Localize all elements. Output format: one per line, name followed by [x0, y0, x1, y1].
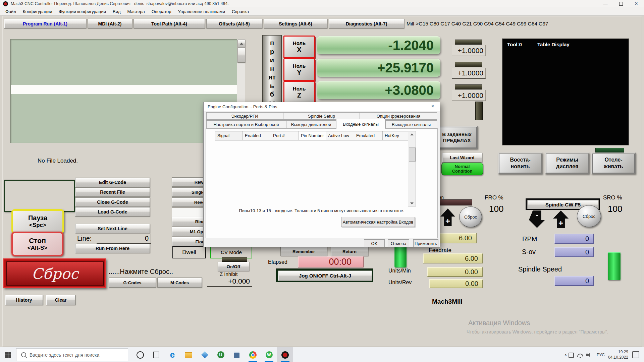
tab-offsets[interactable]: Offsets (Alt-5)	[206, 19, 262, 28]
minimize-icon[interactable]: —	[598, 0, 613, 7]
tab-mdi[interactable]: MDI (Alt-2)	[88, 19, 132, 28]
tray-device-icon[interactable]	[569, 352, 575, 358]
set-next-line-button[interactable]: Set Next Line	[75, 224, 150, 233]
dialog-titlebar[interactable]: Engine Configuration... Ports & Pins ×	[204, 102, 440, 111]
scale-x-field[interactable]: +1.0000	[452, 45, 486, 56]
mcodes-button[interactable]: M-Codes	[157, 278, 202, 288]
webmoney-icon[interactable]: W	[261, 347, 277, 362]
language-indicator[interactable]: РУС	[597, 353, 605, 357]
scroll-up-icon[interactable]	[237, 40, 245, 47]
task-view-icon[interactable]	[148, 347, 164, 362]
spindle-reset-button[interactable]: Сброс	[577, 205, 601, 227]
close-icon[interactable]: ×	[629, 0, 644, 7]
reset-button[interactable]: Сброс	[3, 258, 106, 288]
dro-x-value[interactable]: -1.2040	[317, 36, 440, 54]
restore-button[interactable]: Восста- новить	[498, 153, 542, 174]
menu-config-functions[interactable]: Функции конфигурации	[55, 9, 109, 14]
display-modes-button[interactable]: Режимы дисплея	[545, 153, 589, 174]
menu-wizards[interactable]: Мастера	[124, 9, 148, 14]
feedrate-field[interactable]: 6.00	[423, 253, 483, 263]
tab-port-setup[interactable]: Настройка портов и Выбор осей	[206, 120, 286, 128]
header-active-low[interactable]: Active Low	[326, 131, 354, 140]
clear-button[interactable]: Clear	[46, 295, 75, 305]
close-gcode-button[interactable]: Close G-Code	[75, 197, 150, 207]
reverse-run-button[interactable]: Reve	[172, 197, 206, 207]
tab-encoder[interactable]: Энкодер/РГИ	[206, 112, 283, 120]
header-enabled[interactable]: Enabled	[243, 131, 271, 140]
history-button[interactable]: History	[5, 295, 43, 305]
return-button[interactable]: Return	[331, 247, 368, 256]
gcodes-button[interactable]: G-Codes	[109, 278, 156, 288]
mach3-taskbar-icon[interactable]	[277, 347, 293, 362]
zero-y-button[interactable]: Ноль Y	[283, 58, 315, 81]
table-scrollbar[interactable]	[408, 131, 416, 206]
scroll-up-icon[interactable]	[409, 132, 415, 137]
calculator-icon[interactable]	[229, 347, 245, 362]
block-delete-button[interactable]: Bloc	[172, 217, 208, 226]
chrome-icon[interactable]	[245, 347, 261, 362]
menu-file[interactable]: Файл	[2, 9, 19, 14]
tab-mill-options[interactable]: Опции фрезерования	[360, 112, 437, 120]
clock[interactable]: 19:29 04.10.2022	[608, 350, 628, 360]
menu-view[interactable]: Вид	[109, 9, 124, 14]
stop-button[interactable]: Стоп <Alt-S>	[11, 232, 63, 256]
line-number-field[interactable]: 0	[97, 234, 151, 244]
tab-settings[interactable]: Settings (Alt-6)	[264, 19, 327, 28]
scrollbar-thumb[interactable]	[409, 147, 416, 162]
tab-input-signals[interactable]: Входные сигналы	[336, 119, 385, 129]
cycle-start-box[interactable]	[4, 180, 75, 212]
menu-help[interactable]: Справка	[228, 9, 252, 14]
mail-icon[interactable]	[197, 347, 213, 362]
zinhibit-value-field[interactable]: +0.000	[207, 276, 252, 287]
start-button[interactable]	[0, 347, 16, 362]
recent-file-button[interactable]: Recent File	[75, 187, 150, 197]
edit-gcode-button[interactable]: Edit G-Code	[75, 178, 150, 187]
tab-program-run[interactable]: Program Run (Alt-1)	[4, 19, 86, 28]
sro-percent-value[interactable]: 100	[608, 204, 622, 214]
header-pin-number[interactable]: Pin Number	[299, 131, 326, 140]
fro-reset-button[interactable]: Сброс	[459, 206, 482, 227]
cortana-icon[interactable]	[132, 347, 148, 362]
cancel-button[interactable]: Отмена	[388, 239, 409, 247]
run-from-here-button[interactable]: Run From Here	[75, 244, 150, 253]
tray-expand-icon[interactable]: ∧	[564, 353, 567, 357]
menu-config[interactable]: Конфигурации	[19, 9, 55, 14]
header-port[interactable]: Port #	[271, 131, 299, 140]
normal-condition-button[interactable]: Normal Condition	[441, 163, 483, 175]
header-signal[interactable]: Signal	[215, 131, 243, 140]
jog-onoff-button[interactable]: Jog ON/OFF Ctrl-Alt-J	[278, 270, 372, 281]
maximize-icon[interactable]	[613, 0, 629, 7]
menu-operator[interactable]: Оператор	[148, 9, 175, 14]
edge-icon[interactable]: e	[164, 347, 180, 362]
zero-z-button[interactable]: Ноль Z	[283, 81, 315, 104]
single-blk-button[interactable]: Single	[172, 187, 208, 197]
volume-icon[interactable]	[586, 352, 592, 358]
wifi-icon[interactable]	[577, 352, 583, 358]
tab-output-signals[interactable]: Выходные сигналы	[385, 120, 437, 128]
last-wizard-button[interactable]: Last Wizard	[442, 153, 482, 163]
dialog-close-icon[interactable]: ×	[429, 103, 436, 109]
menu-plugins[interactable]: Управление плагинами	[175, 9, 228, 14]
tab-diagnostics[interactable]: Diagnostics (Alt-7)	[329, 19, 404, 28]
follow-button[interactable]: Отсле- живать	[591, 153, 636, 174]
scale-z-field[interactable]: +1.0000	[452, 90, 486, 101]
m1-optional-stop-button[interactable]: M1 Opt	[172, 227, 208, 236]
dro-z-value[interactable]: +3.0800	[317, 81, 440, 99]
header-emulated[interactable]: Emulated	[354, 131, 383, 140]
dro-y-value[interactable]: +25.9170	[317, 59, 440, 77]
scale-y-field[interactable]: +1.0000	[452, 68, 486, 79]
soft-limits-button[interactable]: В заданных ПРЕДЕЛАХ	[436, 126, 478, 149]
auto-setup-inputs-button[interactable]: Автоматическая настройка Входов	[341, 217, 415, 227]
explorer-icon[interactable]	[180, 347, 197, 362]
fro-percent-value[interactable]: 100	[489, 204, 503, 214]
taskbar-search[interactable]: Введите здесь текст для поиска	[16, 348, 128, 361]
load-gcode-button[interactable]: Load G-Code	[75, 207, 150, 217]
utorrent-icon[interactable]: U	[213, 347, 229, 362]
remember-button[interactable]: Remember	[280, 247, 327, 256]
rewind-button[interactable]: Rewi	[172, 177, 206, 187]
scrollbar-thumb[interactable]	[237, 47, 245, 63]
tab-spindle-setup[interactable]: Spindle Setup	[283, 112, 360, 120]
flood-button[interactable]: Floo	[172, 237, 208, 246]
notification-center-icon[interactable]	[632, 351, 639, 358]
pause-button[interactable]: Пауза <Spc>	[11, 209, 64, 234]
